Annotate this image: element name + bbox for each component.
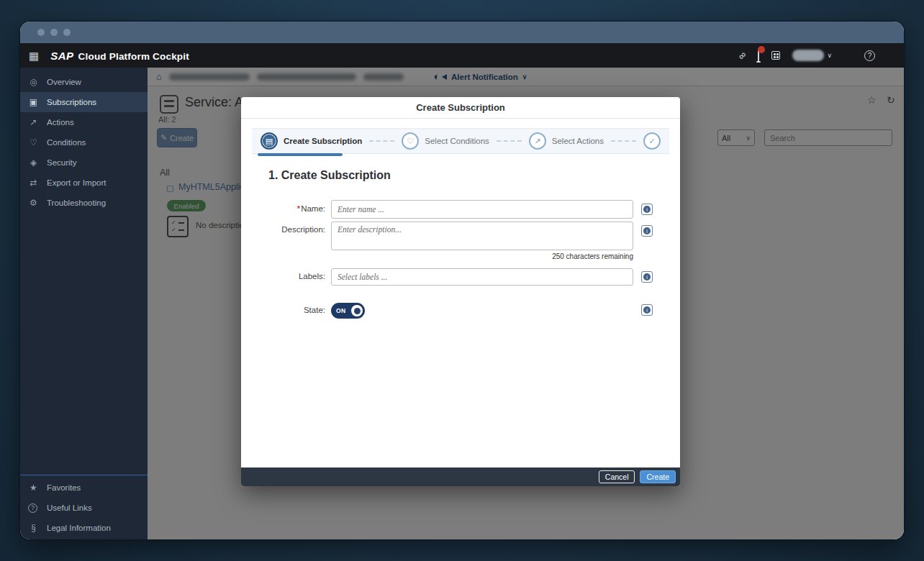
conditions-icon: ♡ [28, 137, 39, 147]
sidebar-item-label: Useful Links [47, 503, 92, 512]
help-icon[interactable]: ? [864, 50, 875, 61]
product-switcher-icon[interactable] [771, 51, 780, 60]
user-menu[interactable]: ∨ [792, 50, 832, 61]
labels-help-icon[interactable]: i [641, 271, 653, 283]
sidebar-item-overview[interactable]: ◎ Overview [20, 72, 148, 92]
sidebar-item-label: Actions [47, 118, 74, 127]
description-label: Description: [241, 225, 325, 234]
sidebar-item-legal-information[interactable]: § Legal Information [20, 518, 148, 538]
step-select-actions[interactable]: ↗ Select Actions [529, 132, 604, 150]
section-heading: 1. Create Subscription [268, 169, 680, 182]
step-create-subscription[interactable]: ▤ Create Subscription [261, 132, 362, 150]
legal-icon: § [28, 523, 39, 533]
subscriptions-icon: ▣ [28, 97, 39, 107]
sidebar-item-label: Conditions [47, 138, 86, 147]
wizard-steps: ▤ Create Subscription ♡ Select Condition… [252, 128, 669, 154]
characters-remaining: 250 characters remaining [331, 252, 633, 260]
step-connector [611, 140, 636, 142]
dialog-form: *Name: i Description: i 250 characters r… [241, 182, 680, 462]
sidebar-item-security[interactable]: ◈ Security [20, 152, 148, 173]
app-header: ▦ SAP Cloud Platform Cockpit ∞ ∨ ? [20, 43, 904, 68]
toggle-on-label: ON [336, 307, 345, 314]
overview-icon: ◎ [28, 77, 39, 87]
dialog-title: Create Subscription [241, 97, 680, 119]
sidebar-item-subscriptions[interactable]: ▣ Subscriptions [20, 92, 148, 112]
actions-icon: ↗ [28, 117, 39, 127]
menu-grid-icon[interactable]: ▦ [29, 50, 39, 61]
step-finish[interactable]: ✓ [643, 132, 661, 150]
sidebar: ◎ Overview ▣ Subscriptions ↗ Actions ♡ C… [20, 68, 148, 539]
step-select-conditions[interactable]: ♡ Select Conditions [402, 132, 489, 150]
app-brand: SAP Cloud Platform Cockpit [50, 50, 189, 62]
step-connector [497, 140, 522, 142]
labels-label: Labels: [241, 272, 325, 280]
browser-window: ▦ SAP Cloud Platform Cockpit ∞ ∨ ? ◎ Ove… [20, 22, 904, 539]
quick-link-icon[interactable]: ∞ [738, 50, 746, 60]
state-help-icon[interactable]: i [641, 304, 653, 316]
check-step-icon: ✓ [643, 132, 661, 150]
wizard-progress-fill [258, 153, 343, 156]
sidebar-item-conditions[interactable]: ♡ Conditions [20, 132, 148, 152]
sidebar-item-useful-links[interactable]: ? Useful Links [20, 498, 148, 518]
create-subscription-dialog: Create Subscription ▤ Create Subscriptio… [241, 97, 680, 486]
useful-links-icon: ? [28, 503, 39, 513]
toggle-knob [351, 305, 363, 316]
sidebar-item-export-import[interactable]: ⇄ Export or Import [20, 173, 148, 193]
sidebar-bottom: ★ Favorites ? Useful Links § Legal Infor… [20, 475, 148, 538]
sidebar-item-actions[interactable]: ↗ Actions [20, 112, 148, 132]
cancel-button[interactable]: Cancel [599, 470, 635, 483]
create-button[interactable]: Create [640, 470, 676, 483]
notification-badge [758, 46, 765, 53]
sidebar-item-label: Troubleshooting [47, 199, 106, 207]
step-label: Select Conditions [425, 137, 489, 145]
labels-input[interactable] [331, 268, 633, 286]
description-help-icon[interactable]: i [641, 225, 653, 237]
name-label: *Name: [241, 204, 325, 213]
step-label: Select Actions [552, 137, 604, 145]
dialog-footer: Cancel Create [241, 468, 680, 486]
sidebar-item-label: Subscriptions [47, 98, 96, 106]
state-label: State: [241, 306, 325, 314]
sidebar-item-label: Overview [47, 78, 81, 86]
security-icon: ◈ [28, 158, 39, 168]
state-toggle[interactable]: ON [331, 303, 365, 319]
sidebar-item-label: Legal Information [47, 524, 111, 532]
export-import-icon: ⇄ [28, 178, 39, 188]
sidebar-item-favorites[interactable]: ★ Favorites [20, 478, 148, 498]
sidebar-item-troubleshooting[interactable]: ⚙ Troubleshooting [20, 193, 148, 213]
required-marker: * [297, 204, 300, 213]
chevron-down-icon: ∨ [827, 52, 832, 59]
description-input[interactable] [331, 222, 633, 250]
sidebar-item-label: Security [47, 158, 77, 167]
sidebar-item-label: Favorites [47, 483, 81, 492]
notifications-button[interactable] [758, 51, 759, 60]
step-connector [369, 140, 394, 142]
sidebar-item-label: Export or Import [47, 178, 106, 187]
name-input[interactable] [331, 200, 633, 219]
user-name-redacted [792, 50, 824, 61]
window-dot[interactable] [50, 29, 58, 36]
window-dot[interactable] [37, 29, 45, 36]
wizard-progress [252, 154, 669, 157]
window-titlebar [20, 22, 904, 43]
app-title: Cloud Platform Cockpit [78, 51, 189, 62]
conditions-step-icon: ♡ [402, 132, 419, 150]
actions-step-icon: ↗ [529, 132, 546, 150]
favorites-star-icon: ★ [28, 483, 39, 493]
name-help-icon[interactable]: i [641, 204, 653, 215]
step-label: Create Subscription [284, 137, 362, 145]
window-dot[interactable] [63, 29, 71, 36]
subscription-step-icon: ▤ [261, 132, 278, 150]
troubleshooting-icon: ⚙ [28, 198, 39, 208]
sap-logo: SAP [50, 50, 73, 62]
